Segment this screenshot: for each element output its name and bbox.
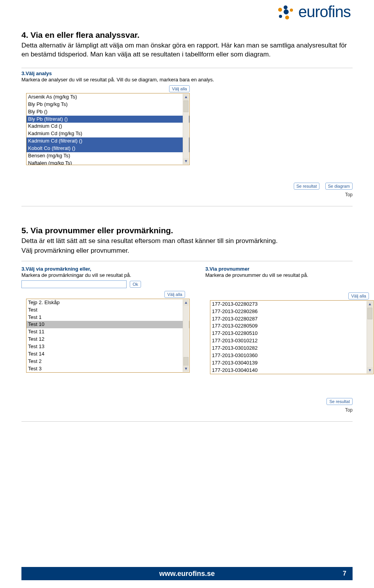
scroll-up-icon[interactable]: ▲ <box>183 299 189 306</box>
section4-paragraph: Detta alternativ är lämpligt att välja o… <box>21 41 353 59</box>
divider <box>21 206 353 206</box>
list-item[interactable]: 177-2013-02280509 <box>210 322 373 330</box>
provnummer-listbox[interactable]: 177-2013-02280273177-2013-02280286177-20… <box>210 300 374 374</box>
divider <box>21 261 353 261</box>
list-item[interactable]: 177-2013-03040139 <box>210 359 373 367</box>
list-item[interactable]: Test 12 <box>26 336 189 343</box>
scroll-down-icon[interactable]: ▼ <box>367 367 373 373</box>
list-item[interactable]: 177-2013-02280273 <box>210 301 373 308</box>
scrollbar[interactable]: ▲ ▼ <box>367 301 373 373</box>
list-item[interactable]: Test 13 <box>26 343 189 350</box>
list-item[interactable]: Tejp 2. Elskåp <box>26 299 189 306</box>
list-item[interactable]: Test 10 <box>26 321 189 328</box>
scroll-thumb[interactable] <box>367 308 372 319</box>
scroll-down-icon[interactable]: ▼ <box>183 366 189 372</box>
scrollbar[interactable]: ▲ ▼ <box>183 299 189 372</box>
list-item[interactable]: Test 1 <box>26 314 189 321</box>
scroll-up-icon[interactable]: ▲ <box>367 301 373 307</box>
section5-heading: 5. Via provnummer eller provmärkning. <box>21 226 353 235</box>
list-item[interactable]: Test 3 <box>26 365 189 373</box>
provmarkning-desc: Markera de provmärkningar du vill se res… <box>21 272 190 278</box>
list-item[interactable]: Arsenik As (mg/kg Ts) <box>26 93 189 101</box>
list-item[interactable]: Kobolt Co (filtrerat) () <box>26 145 189 152</box>
scroll-up-icon[interactable]: ▲ <box>183 94 189 100</box>
list-item[interactable]: 177-2013-02280510 <box>210 330 373 337</box>
analysis-listbox[interactable]: Arsenik As (mg/kg Ts)Bly Pb (mg/kg Ts)Bl… <box>26 93 190 165</box>
ok-button[interactable]: Ok <box>130 281 141 288</box>
list-item[interactable]: Bly Pb (filtrerat) () <box>26 116 189 123</box>
divider <box>21 68 353 68</box>
section4-heading: 4. Via en eller flera analyssvar. <box>21 30 353 40</box>
list-item[interactable]: 177-2013-02280287 <box>210 315 373 323</box>
provnummer-desc: Markera de provnummer du vill se resulta… <box>205 272 374 278</box>
select-all-button[interactable]: Välj alla <box>164 291 185 298</box>
top-link[interactable]: Top <box>21 192 353 197</box>
step3-analys-desc: Markera de analyser du vill se resultat … <box>21 77 353 83</box>
scroll-down-icon[interactable]: ▼ <box>183 158 189 164</box>
select-all-button[interactable]: Välj alla <box>169 85 190 92</box>
list-item[interactable]: Kadmium Cd () <box>26 123 189 130</box>
scroll-thumb[interactable] <box>183 357 189 366</box>
scrollbar[interactable]: ▲ ▼ <box>183 94 189 164</box>
list-item[interactable]: Kadmium Cd (filtrerat) () <box>26 137 189 145</box>
list-item[interactable]: Test 2 <box>26 358 189 365</box>
page-number: 7 <box>343 570 346 577</box>
page-footer: www.eurofins.se 7 <box>21 567 353 580</box>
list-item[interactable]: Naftalen (mg/kg Ts) <box>26 160 189 165</box>
select-all-button[interactable]: Välj alla <box>348 292 369 299</box>
top-link[interactable]: Top <box>21 407 353 413</box>
section5-p1: Detta är ett lätt sätt att se sina resul… <box>21 237 353 246</box>
logo-dots-icon <box>277 4 295 20</box>
list-item[interactable]: 177-2013-03040140 <box>210 367 373 374</box>
see-result-button[interactable]: Se resultat <box>294 183 320 190</box>
footer-url: www.eurofins.se <box>159 570 215 578</box>
see-result-button[interactable]: Se resultat <box>326 398 353 405</box>
list-item[interactable]: Test 14 <box>26 350 189 358</box>
list-item[interactable]: 177-2013-02280286 <box>210 308 373 315</box>
provmarkning-filter-input[interactable] <box>21 280 127 288</box>
scroll-thumb[interactable] <box>183 100 189 112</box>
list-item[interactable]: Bly Pb () <box>26 108 189 116</box>
list-item[interactable]: Test <box>26 306 189 314</box>
list-item[interactable]: 177-2013-03010282 <box>210 345 373 352</box>
divider <box>21 421 353 422</box>
see-diagram-button[interactable]: Se diagram <box>325 183 353 190</box>
provnummer-title: 3.Via provnummer <box>205 266 374 272</box>
list-item[interactable]: Test 11 <box>26 328 189 336</box>
provmarkning-listbox[interactable]: Tejp 2. ElskåpTestTest 1Test 10Test 11Te… <box>26 299 190 373</box>
list-item[interactable]: 177-2013-03010360 <box>210 352 373 359</box>
brand-name: eurofins <box>298 3 351 21</box>
list-item[interactable]: Kadmium Cd (mg/kg Ts) <box>26 130 189 137</box>
list-item[interactable]: Bensen (mg/kg Ts) <box>26 152 189 160</box>
step3-analys-title: 3.Välj analys <box>21 70 353 76</box>
brand-logo: eurofins <box>277 3 351 21</box>
list-item[interactable]: 177-2013-03010212 <box>210 337 373 345</box>
provmarkning-title: 3.Välj via provmärkning eller, <box>21 266 190 272</box>
list-item[interactable]: Bly Pb (mg/kg Ts) <box>26 101 189 108</box>
section5-p2: Välj provmärkning eller provnummer. <box>21 246 353 255</box>
